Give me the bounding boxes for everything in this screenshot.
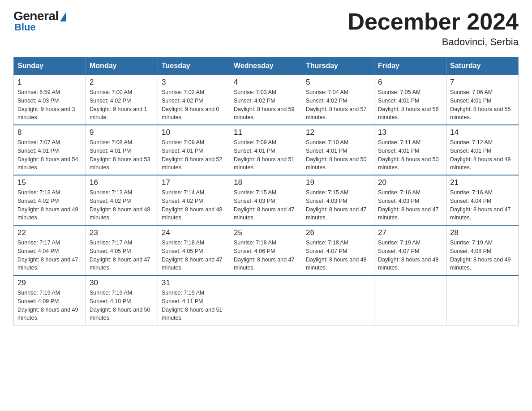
day-number: 2: [90, 78, 154, 87]
day-number: 1: [17, 78, 82, 87]
day-number: 12: [306, 128, 370, 137]
day-number: 31: [162, 278, 226, 287]
calendar-cell: 10 Sunrise: 7:09 AMSunset: 4:01 PMDaylig…: [158, 125, 230, 175]
logo-line2: Blue: [14, 21, 36, 33]
day-number: 25: [234, 228, 298, 237]
day-info: Sunrise: 7:09 AMSunset: 4:01 PMDaylight:…: [162, 138, 226, 172]
day-number: 19: [306, 178, 370, 187]
calendar-cell: 17 Sunrise: 7:14 AMSunset: 4:02 PMDaylig…: [158, 175, 230, 225]
day-number: 3: [162, 78, 226, 87]
calendar-cell: 12 Sunrise: 7:10 AMSunset: 4:01 PMDaylig…: [302, 125, 374, 175]
day-number: 5: [306, 78, 370, 87]
day-info: Sunrise: 7:04 AMSunset: 4:02 PMDaylight:…: [306, 88, 370, 122]
day-info: Sunrise: 7:12 AMSunset: 4:01 PMDaylight:…: [450, 138, 515, 172]
day-number: 22: [17, 228, 82, 237]
day-number: 15: [17, 178, 82, 187]
calendar-cell: 22 Sunrise: 7:17 AMSunset: 4:04 PMDaylig…: [14, 225, 86, 275]
day-info: Sunrise: 6:59 AMSunset: 4:03 PMDaylight:…: [17, 88, 82, 122]
calendar-cell: 9 Sunrise: 7:08 AMSunset: 4:01 PMDayligh…: [86, 125, 158, 175]
day-number: 27: [378, 228, 442, 237]
calendar-cell: 19 Sunrise: 7:15 AMSunset: 4:03 PMDaylig…: [302, 175, 374, 225]
col-thursday: Thursday: [302, 57, 374, 75]
day-info: Sunrise: 7:05 AMSunset: 4:01 PMDaylight:…: [378, 88, 442, 122]
day-info: Sunrise: 7:14 AMSunset: 4:02 PMDaylight:…: [162, 188, 226, 222]
calendar-cell: 23 Sunrise: 7:17 AMSunset: 4:05 PMDaylig…: [86, 225, 158, 275]
calendar-week-row: 22 Sunrise: 7:17 AMSunset: 4:04 PMDaylig…: [14, 225, 519, 275]
calendar-cell: 31 Sunrise: 7:19 AMSunset: 4:11 PMDaylig…: [158, 275, 230, 325]
calendar-cell: 13 Sunrise: 7:11 AMSunset: 4:01 PMDaylig…: [374, 125, 446, 175]
calendar-cell: 28 Sunrise: 7:19 AMSunset: 4:08 PMDaylig…: [446, 225, 519, 275]
day-info: Sunrise: 7:19 AMSunset: 4:07 PMDaylight:…: [378, 239, 442, 272]
day-info: Sunrise: 7:09 AMSunset: 4:01 PMDaylight:…: [234, 138, 298, 172]
calendar-cell: 16 Sunrise: 7:13 AMSunset: 4:02 PMDaylig…: [86, 175, 158, 225]
day-number: 10: [162, 128, 226, 137]
day-number: 26: [306, 228, 370, 237]
day-number: 11: [234, 128, 298, 137]
day-number: 4: [234, 78, 298, 87]
day-info: Sunrise: 7:06 AMSunset: 4:01 PMDaylight:…: [450, 88, 515, 122]
page-header: General Blue December 2024 Badovinci, Se…: [13, 9, 519, 48]
calendar-cell: 26 Sunrise: 7:18 AMSunset: 4:07 PMDaylig…: [302, 225, 374, 275]
col-wednesday: Wednesday: [230, 57, 302, 75]
day-number: 14: [450, 128, 515, 137]
calendar-table: Sunday Monday Tuesday Wednesday Thursday…: [13, 57, 519, 325]
day-info: Sunrise: 7:17 AMSunset: 4:05 PMDaylight:…: [90, 239, 154, 272]
day-info: Sunrise: 7:13 AMSunset: 4:02 PMDaylight:…: [17, 188, 82, 222]
day-info: Sunrise: 7:19 AMSunset: 4:11 PMDaylight:…: [162, 289, 226, 322]
calendar-cell: 25 Sunrise: 7:18 AMSunset: 4:06 PMDaylig…: [230, 225, 302, 275]
day-info: Sunrise: 7:08 AMSunset: 4:01 PMDaylight:…: [90, 138, 154, 172]
day-info: Sunrise: 7:00 AMSunset: 4:02 PMDaylight:…: [90, 88, 154, 122]
calendar-cell: 14 Sunrise: 7:12 AMSunset: 4:01 PMDaylig…: [446, 125, 519, 175]
col-tuesday: Tuesday: [158, 57, 230, 75]
day-info: Sunrise: 7:07 AMSunset: 4:01 PMDaylight:…: [17, 138, 82, 172]
calendar-cell: 15 Sunrise: 7:13 AMSunset: 4:02 PMDaylig…: [14, 175, 86, 225]
day-number: 28: [450, 228, 515, 237]
calendar-cell: 11 Sunrise: 7:09 AMSunset: 4:01 PMDaylig…: [230, 125, 302, 175]
day-info: Sunrise: 7:16 AMSunset: 4:03 PMDaylight:…: [378, 188, 442, 222]
day-number: 23: [90, 228, 154, 237]
calendar-cell: 2 Sunrise: 7:00 AMSunset: 4:02 PMDayligh…: [86, 75, 158, 125]
day-info: Sunrise: 7:02 AMSunset: 4:02 PMDaylight:…: [162, 88, 226, 122]
calendar-week-row: 15 Sunrise: 7:13 AMSunset: 4:02 PMDaylig…: [14, 175, 519, 225]
day-info: Sunrise: 7:19 AMSunset: 4:08 PMDaylight:…: [450, 239, 515, 272]
calendar-cell: 7 Sunrise: 7:06 AMSunset: 4:01 PMDayligh…: [446, 75, 519, 125]
logo-triangle-icon: [60, 12, 66, 21]
day-number: 7: [450, 78, 515, 87]
day-number: 24: [162, 228, 226, 237]
month-title: December 2024: [348, 9, 519, 34]
day-info: Sunrise: 7:19 AMSunset: 4:10 PMDaylight:…: [90, 289, 154, 322]
day-number: 17: [162, 178, 226, 187]
day-number: 20: [378, 178, 442, 187]
col-friday: Friday: [374, 57, 446, 75]
day-info: Sunrise: 7:15 AMSunset: 4:03 PMDaylight:…: [306, 188, 370, 222]
day-info: Sunrise: 7:03 AMSunset: 4:02 PMDaylight:…: [234, 88, 298, 122]
day-info: Sunrise: 7:10 AMSunset: 4:01 PMDaylight:…: [306, 138, 370, 172]
calendar-cell: 24 Sunrise: 7:18 AMSunset: 4:05 PMDaylig…: [158, 225, 230, 275]
calendar-cell: 8 Sunrise: 7:07 AMSunset: 4:01 PMDayligh…: [14, 125, 86, 175]
calendar-cell: 4 Sunrise: 7:03 AMSunset: 4:02 PMDayligh…: [230, 75, 302, 125]
logo: General Blue: [13, 9, 68, 33]
calendar-cell: 21 Sunrise: 7:16 AMSunset: 4:04 PMDaylig…: [446, 175, 519, 225]
day-number: 13: [378, 128, 442, 137]
day-info: Sunrise: 7:18 AMSunset: 4:07 PMDaylight:…: [306, 239, 370, 272]
day-info: Sunrise: 7:17 AMSunset: 4:04 PMDaylight:…: [17, 239, 82, 272]
day-number: 21: [450, 178, 515, 187]
calendar-cell: [230, 275, 302, 325]
day-info: Sunrise: 7:16 AMSunset: 4:04 PMDaylight:…: [450, 188, 515, 222]
calendar-cell: 29 Sunrise: 7:19 AMSunset: 4:09 PMDaylig…: [14, 275, 86, 325]
day-info: Sunrise: 7:19 AMSunset: 4:09 PMDaylight:…: [17, 289, 82, 322]
calendar-cell: 18 Sunrise: 7:15 AMSunset: 4:03 PMDaylig…: [230, 175, 302, 225]
calendar-cell: 3 Sunrise: 7:02 AMSunset: 4:02 PMDayligh…: [158, 75, 230, 125]
day-number: 9: [90, 128, 154, 137]
day-info: Sunrise: 7:13 AMSunset: 4:02 PMDaylight:…: [90, 188, 154, 222]
day-info: Sunrise: 7:15 AMSunset: 4:03 PMDaylight:…: [234, 188, 298, 222]
day-info: Sunrise: 7:18 AMSunset: 4:06 PMDaylight:…: [234, 239, 298, 272]
calendar-week-row: 8 Sunrise: 7:07 AMSunset: 4:01 PMDayligh…: [14, 125, 519, 175]
day-number: 30: [90, 278, 154, 287]
day-number: 6: [378, 78, 442, 87]
calendar-cell: [446, 275, 519, 325]
calendar-cell: 1 Sunrise: 6:59 AMSunset: 4:03 PMDayligh…: [14, 75, 86, 125]
calendar-cell: [374, 275, 446, 325]
title-section: December 2024 Badovinci, Serbia: [348, 9, 519, 48]
day-number: 18: [234, 178, 298, 187]
